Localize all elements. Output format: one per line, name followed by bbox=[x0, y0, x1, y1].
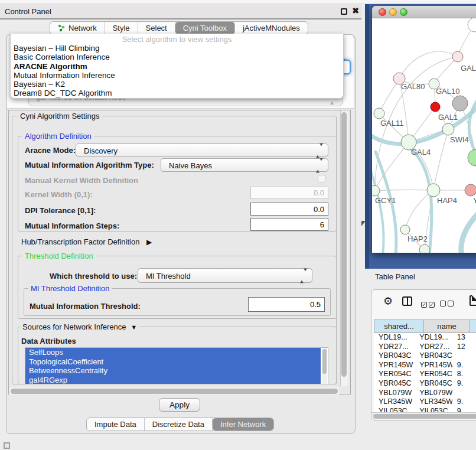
network-edge[interactable] bbox=[374, 190, 433, 191]
algorithm-option[interactable]: Basic Correlation Inference bbox=[11, 53, 343, 61]
table-cell: YER054C bbox=[415, 370, 452, 379]
network-node-y[interactable] bbox=[465, 184, 476, 196]
select-all-icon[interactable]: ✓✓ bbox=[421, 298, 436, 309]
manual-kernel-width-label: Manual Kernel Width Definition bbox=[25, 176, 138, 185]
close-light-icon[interactable] bbox=[379, 8, 386, 16]
mi-algorithm-type-label: Mutual Information Algorithm Type: bbox=[25, 161, 154, 169]
network-edge[interactable] bbox=[433, 129, 448, 190]
control-panel-title: Control Panel bbox=[5, 7, 51, 16]
network-node[interactable] bbox=[442, 123, 454, 135]
column-header[interactable]: A bbox=[470, 319, 476, 333]
network-edge[interactable] bbox=[461, 212, 476, 253]
algorithm-option[interactable]: Bayesian – Hill Climbing bbox=[11, 44, 343, 53]
table-row[interactable]: YER054CYER054C8. bbox=[374, 370, 476, 379]
table-cell: YBR043C bbox=[374, 351, 415, 361]
settings-vertical-scrollbar-thumb[interactable] bbox=[341, 112, 347, 377]
table-row[interactable]: YBR043CYBR043C bbox=[374, 351, 476, 361]
aracne-mode-combobox[interactable]: Discovery bbox=[76, 144, 328, 157]
aracne-mode-value: Discovery bbox=[84, 146, 118, 155]
network-node-hap4[interactable] bbox=[427, 184, 440, 197]
table-row[interactable]: YDR27...YDR27...12 bbox=[374, 343, 476, 352]
settings-gear-icon[interactable]: ⚙ bbox=[383, 295, 393, 307]
sources-collapser[interactable]: Sources for Network Inference ▼ bbox=[20, 322, 139, 331]
table-horizontal-scrollbar-thumb[interactable] bbox=[373, 414, 476, 419]
table-cell: 8. bbox=[452, 370, 476, 379]
network-node-gcy1[interactable] bbox=[372, 185, 380, 196]
algorithm-option[interactable]: Bayesian – K2 bbox=[11, 80, 343, 89]
which-threshold-label: Which threshold to use: bbox=[50, 272, 137, 281]
network-node-gal[interactable] bbox=[452, 51, 463, 62]
top-strip bbox=[0, 0, 476, 4]
expander-right-icon: ▶ bbox=[146, 238, 152, 246]
data-attributes-label: Data Attributes bbox=[21, 337, 76, 345]
aracne-mode-label: Aracne Mode: bbox=[25, 146, 76, 155]
tab-cyni-toolbox[interactable]: Cyni Toolbox bbox=[175, 22, 235, 34]
table-row[interactable]: YBR045CYBR045C9. bbox=[374, 379, 476, 389]
tab-network[interactable]: Network bbox=[50, 22, 105, 34]
mi-algorithm-type-combobox[interactable]: Naive Bayes bbox=[161, 158, 328, 172]
mi-steps-field[interactable] bbox=[250, 218, 328, 231]
network-node-swi4[interactable] bbox=[468, 149, 476, 166]
tab-select[interactable]: Select bbox=[138, 22, 175, 34]
tab-discretize-data[interactable]: Discretize Data bbox=[145, 418, 213, 431]
attributes-scrollbar-thumb[interactable] bbox=[322, 349, 327, 374]
which-threshold-combobox[interactable]: MI Threshold bbox=[138, 268, 312, 283]
network-edge[interactable] bbox=[399, 51, 458, 79]
dpi-tolerance-field[interactable] bbox=[250, 203, 328, 216]
node-label: GCY1 bbox=[375, 196, 396, 205]
network-node[interactable] bbox=[468, 18, 476, 32]
apply-button[interactable]: Apply bbox=[159, 398, 200, 412]
stepper-arrows-icon bbox=[316, 161, 323, 169]
sources-title: Sources for Network Inference bbox=[22, 322, 126, 331]
table-row[interactable]: YPR145WYPR145W9. bbox=[374, 361, 476, 370]
split-columns-icon[interactable] bbox=[402, 296, 412, 306]
table-row[interactable]: YLR345WYLR345W9. bbox=[374, 397, 476, 407]
network-edge[interactable] bbox=[372, 164, 384, 253]
table-cell bbox=[452, 351, 476, 361]
deselect-all-icon[interactable] bbox=[440, 298, 455, 309]
float-window-icon[interactable] bbox=[341, 8, 347, 15]
algorithm-option[interactable]: Dream8 DC_TDC Algorithm bbox=[11, 89, 343, 97]
network-node-hap2[interactable] bbox=[400, 225, 410, 234]
data-attribute-item[interactable]: gal4RGexp bbox=[25, 376, 321, 385]
network-node-gal11[interactable] bbox=[374, 108, 384, 119]
tab-infer-network[interactable]: Infer Network bbox=[213, 418, 273, 431]
table-row[interactable]: YIL053CYIL053C9 bbox=[374, 407, 476, 412]
manual-kernel-width-checkbox[interactable] bbox=[318, 175, 325, 182]
node-label: GAL11 bbox=[380, 119, 404, 128]
network-node[interactable] bbox=[452, 96, 468, 111]
data-attribute-item[interactable]: TopologicalCoefficient bbox=[25, 357, 321, 367]
resize-grip[interactable] bbox=[4, 442, 10, 449]
tab-label: Cyni Toolbox bbox=[183, 24, 227, 32]
network-edge[interactable] bbox=[469, 96, 476, 156]
table-row[interactable]: YDL19...YDL19...13 bbox=[374, 333, 476, 343]
network-node-gal1[interactable] bbox=[431, 102, 440, 112]
network-edge[interactable] bbox=[405, 190, 433, 230]
kernel-width-field[interactable] bbox=[250, 187, 328, 199]
settings-horizontal-scrollbar-thumb[interactable] bbox=[11, 389, 338, 394]
data-attributes-list: SelfLoopsTopologicalCoefficientBetweenne… bbox=[25, 347, 328, 384]
document-icon[interactable] bbox=[470, 295, 476, 306]
table-row[interactable]: YBL079WYBL079W bbox=[374, 389, 476, 398]
network-window-titlebar[interactable] bbox=[372, 6, 476, 18]
tab-impute-data[interactable]: Impute Data bbox=[87, 418, 145, 431]
algorithm-option[interactable]: ARACNE Algorithm bbox=[11, 62, 343, 71]
table-cell: YIL053C bbox=[415, 407, 452, 412]
tab-label: Select bbox=[146, 24, 167, 32]
node-label: GAL10 bbox=[436, 87, 459, 96]
hub-definition-expander[interactable]: Hub/Transcription Factor Definition ▶ bbox=[21, 237, 152, 246]
tab-style[interactable]: Style bbox=[105, 22, 138, 34]
data-attribute-item[interactable]: BetweennessCentrality bbox=[25, 366, 321, 376]
column-header[interactable]: shared... bbox=[374, 319, 424, 333]
algorithm-option[interactable]: Mutual Information Inference bbox=[11, 71, 343, 80]
zoom-light-icon[interactable] bbox=[400, 8, 407, 16]
table-cell: 13 bbox=[452, 333, 476, 343]
mi-threshold-field[interactable] bbox=[248, 297, 325, 312]
column-header[interactable]: name bbox=[424, 319, 470, 333]
data-attribute-item[interactable]: SelfLoops bbox=[25, 348, 321, 357]
network-node[interactable] bbox=[419, 244, 430, 253]
minimize-light-icon[interactable] bbox=[389, 8, 397, 16]
close-panel-icon[interactable]: ✖ bbox=[352, 6, 359, 15]
tab-jactivemnodules[interactable]: jActiveMNodules bbox=[235, 22, 308, 34]
network-canvas[interactable]: GALGAL80GAL10GAL1GAL11GAL4SWI4GCY1HAP4YH… bbox=[372, 18, 476, 253]
